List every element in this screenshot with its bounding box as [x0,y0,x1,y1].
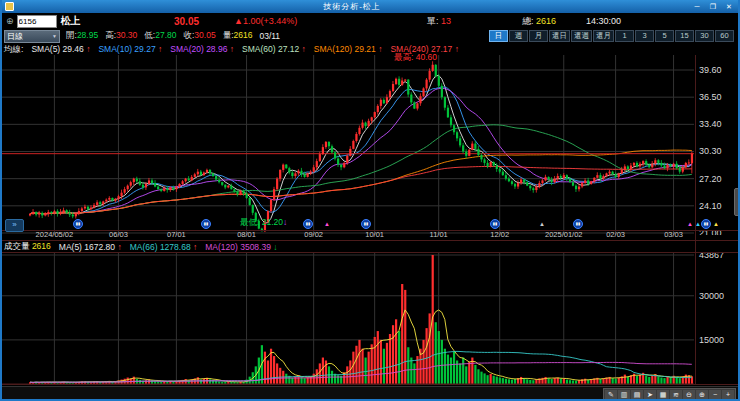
expand-icon[interactable]: + [722,390,734,400]
main-candlestick-chart[interactable]: 39.6036.5033.4030.3027.2024.1021.00 [2,55,740,235]
event-circle-icon[interactable]: ▮▮ [361,219,371,229]
stock-code-input[interactable] [17,15,57,28]
svg-text:39.60: 39.60 [699,65,722,75]
volume-bar [426,328,428,384]
chart-type-icon[interactable]: ▦ [657,390,669,400]
draw-pencil-icon[interactable]: ✎ [605,390,617,400]
period-button-1[interactable]: 1 [615,30,634,42]
volume-bar [401,284,403,384]
chart-scrollbar-thumb[interactable] [734,188,740,216]
minimize-button[interactable]: ─ [690,2,704,12]
candle [310,172,312,174]
low-field: 低:27.80 [144,30,176,42]
event-circle-icon[interactable]: ▮▮ [701,219,711,229]
candle [346,156,348,163]
volume-bar [273,356,275,384]
candle [249,198,251,205]
period-button-3[interactable]: 3 [635,30,654,42]
candle [81,208,83,211]
volume-bar [358,340,360,384]
period-button-60[interactable]: 60 [715,30,734,42]
indicator-lines-icon[interactable]: ≋ [670,390,682,400]
candle [499,169,501,172]
candle [581,183,583,187]
sma-10-line [30,87,692,214]
period-button-還日[interactable]: 還日 [549,30,570,42]
event-circle-icon[interactable]: ▮▮ [573,219,583,229]
event-triangle-icon[interactable]: ▲ [324,221,330,227]
printer-icon[interactable]: ▤ [631,390,643,400]
candle [487,163,489,167]
candle [224,185,226,188]
candle [313,167,315,171]
price-change: ▲1.00(+3.44%) [234,16,297,26]
candle [578,187,580,190]
candle [252,205,254,213]
legend-item: SMA(10) 29.27 ↑ [98,44,162,55]
candle [239,191,241,195]
period-button-日[interactable]: 日 [489,30,508,42]
event-triangle-icon[interactable]: ▲ [713,221,719,227]
volume-legend-title: 成交量 2616 [4,241,51,253]
candle [212,173,214,176]
period-button-30[interactable]: 30 [695,30,714,42]
zoom-in-icon[interactable]: ⊕ [696,390,708,400]
period-button-週[interactable]: 週 [509,30,528,42]
candle [676,164,678,168]
candle [642,161,644,164]
volume-bar [352,352,354,384]
date-tick-label: 2025/01/02 [545,230,583,239]
shrink-icon[interactable]: − [709,390,721,400]
chart-toolbar: 日線▼ 開:28.95 高:30.30 低:27.80 收:30.05 量:26… [2,29,738,43]
candle [154,183,156,187]
candle [639,164,641,167]
screen-layout-icon[interactable]: ▥ [618,390,630,400]
candle [87,207,89,210]
maximize-button[interactable]: ❐ [706,2,720,12]
volume-bar [487,375,489,384]
period-button-還週[interactable]: 還週 [571,30,592,42]
axis-separator [695,55,696,385]
event-triangle-icon[interactable]: ▲ [687,221,693,227]
period-button-月[interactable]: 月 [529,30,548,42]
period-button-15[interactable]: 15 [675,30,694,42]
volume-bar [386,343,388,384]
candle [111,198,113,201]
candle [602,176,604,179]
candle [660,163,662,166]
event-circle-icon[interactable]: ▮▮ [303,219,313,229]
candle [483,159,485,163]
volume-chart[interactable]: 438673000015000 [2,253,740,386]
last-price: 30.05 [174,16,199,27]
cursor-icon[interactable]: ➤ [644,390,656,400]
period-button-5[interactable]: 5 [655,30,674,42]
candle [365,123,367,127]
period-dropdown[interactable]: 日線▼ [4,30,60,43]
event-circle-icon[interactable]: ▮▮ [201,219,211,229]
zoom-out-icon[interactable]: ⊖ [683,390,695,400]
candle [203,173,205,176]
candle [172,187,174,189]
event-triangle-icon[interactable]: ▲ [539,221,545,227]
candle [124,189,126,193]
volume-bar [477,369,479,384]
candle [468,150,470,156]
candle [480,155,482,159]
candle [618,173,620,177]
candle [609,172,611,174]
candle [535,187,537,191]
candle [325,142,327,147]
volume-bar [480,372,482,384]
period-button-還月[interactable]: 還月 [593,30,614,42]
volume-bar [490,374,492,384]
svg-text:15000: 15000 [699,335,724,345]
date-tick-label: 2024/05/02 [36,230,74,239]
close-button[interactable]: ✕ [722,2,736,12]
expand-button[interactable]: » [5,219,24,232]
candle [276,179,278,190]
candle [273,189,275,200]
settings-icon[interactable]: ⊕ [6,16,14,26]
event-circle-icon[interactable]: ▮▮ [73,219,83,229]
candle [218,180,220,183]
event-circle-icon[interactable]: ▮▮ [490,219,500,229]
